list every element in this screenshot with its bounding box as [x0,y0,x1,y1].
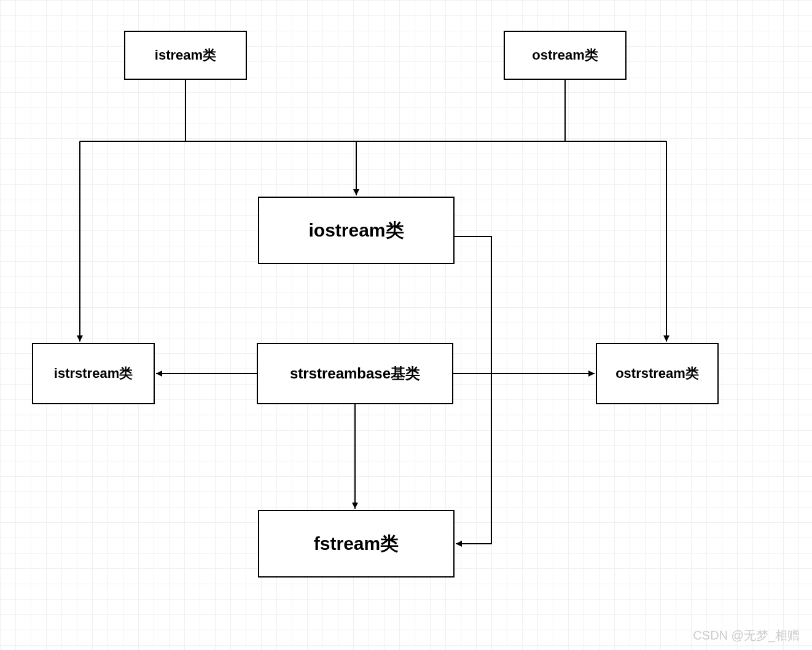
node-fstream: fstream类 [258,510,455,578]
node-label: iostream类 [308,218,404,243]
node-istream: istream类 [124,31,247,80]
node-label: fstream类 [314,531,399,557]
node-label: ostrstream类 [615,364,699,383]
node-label: istream类 [155,46,216,65]
node-istrstream: istrstream类 [32,343,155,404]
node-label: istrstream类 [54,364,133,383]
watermark-text: CSDN @无梦_相赠 [693,627,800,644]
node-ostrstream: ostrstream类 [596,343,719,404]
node-ostream: ostream类 [504,31,627,80]
node-iostream: iostream类 [258,197,455,264]
node-label: ostream类 [532,46,598,65]
node-label: strstreambase基类 [290,364,420,383]
node-strstreambase: strstreambase基类 [257,343,453,404]
